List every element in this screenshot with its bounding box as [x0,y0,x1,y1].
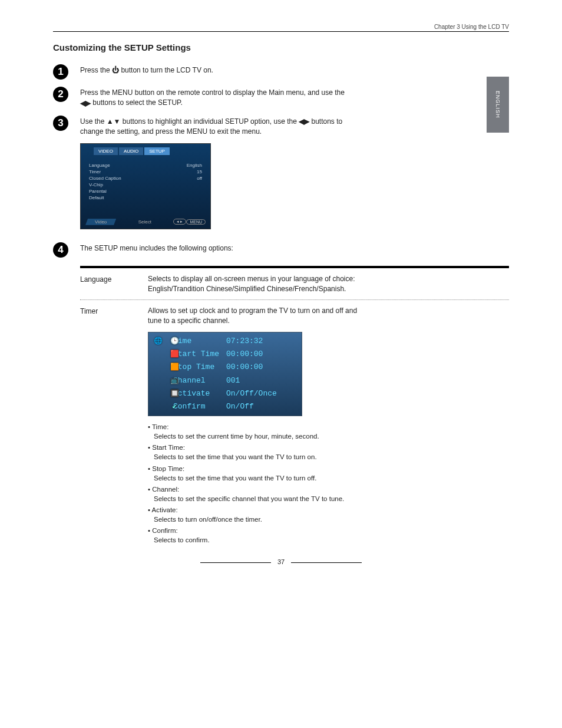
osd-row-label: V-Chip [89,182,103,187]
setup-label: SETUP [158,98,180,107]
text: option, use the [250,117,299,126]
osd-tabs: VIDEO AUDIO SETUP [81,144,210,159]
step-2-text: Press the MENU button on the remote cont… [80,88,351,108]
text: buttons to select the [92,98,158,107]
channel-icon: 📺 [168,376,180,386]
sub-desc: Selects to set the current time by hour,… [148,431,366,441]
sub-desc: Selects to set the time that you want th… [148,473,366,483]
sub-title: Start Time: [148,443,366,452]
osd-footer-select: Select [116,219,173,225]
text: . [181,98,183,107]
chapter-header: Chapter 3 Using the LCD TV [53,24,509,32]
start-icon: 🟥 [168,350,180,359]
timer-row: 🔲 Activate On/Off/Once [152,387,298,400]
setup-label: SETUP [225,117,249,126]
timer-desc-text: Allows to set up clock and to program th… [148,306,366,326]
osd-footer-lr-button: ◂ ▸ [173,219,186,225]
sub-desc: Selects to set the specific channel that… [148,494,366,503]
timer-row-label: Start Time [173,349,226,360]
text: button on the remote control to display … [135,88,345,97]
text: buttons to highlight an individual [123,117,225,126]
osd-row-value: English [187,163,202,168]
timer-row: 🟥 Start Time 00:00:00 [152,348,298,361]
up-arrow-icon: ▲ [107,117,114,127]
left-arrow-icon: ◀ [299,117,304,127]
osd-tab-setup: SETUP [144,147,170,155]
blank-icon [152,350,164,359]
timer-row-label: Time [173,336,226,347]
timer-row-label: Activate [173,388,226,399]
osd-row-value: 15 [197,169,202,174]
timer-row-label: Stop Time [173,362,226,373]
text: menu includes the following options: [120,244,233,252]
step-3: 3 Use the ▲▼ buttons to highlight an ind… [53,117,509,137]
step-number-icon: 2 [53,87,68,102]
blank-icon [152,402,164,411]
option-desc: Allows to set up clock and to program th… [148,306,366,546]
sub-bullet: Start Time:Selects to set the time that … [148,443,366,462]
down-arrow-icon: ▼ [114,117,121,127]
step-4-text: The SETUP menu includes the following op… [80,243,351,253]
timer-row-label: Channel [173,375,226,386]
menu-label: MENU [187,127,207,136]
osd-row-label: Timer [89,169,101,174]
right-arrow-icon: ▶ [85,98,91,108]
manual-page: Chapter 3 Using the LCD TV Customizing t… [0,0,562,589]
timer-row: ✔ Confirm On/Off [152,400,298,413]
page-number-value: 37 [277,558,285,565]
timer-row-label: Confirm [173,401,226,412]
osd-footer-menu-button: MENU [186,219,206,225]
section-title: Customizing the SETUP Settings [53,42,509,52]
clock-icon: 🕒 [168,337,180,346]
osd-row: V-Chip [89,182,202,188]
step-2: 2 Press the MENU button on the remote co… [53,88,509,108]
osd-row: Timer15 [89,169,202,175]
sub-bullet: Confirm:Selects to confirm. [148,526,366,545]
setup-label: SETUP [94,244,118,252]
option-label: Language [80,274,148,294]
osd-row-label: Language [89,163,110,168]
blank-icon [152,389,164,398]
option-timer-row: Timer Allows to set up clock and to prog… [80,300,509,552]
sub-title: Stop Time: [148,464,366,473]
right-arrow-icon: ▶ [304,117,309,127]
sub-bullet: Activate:Selects to turn on/off/once the… [148,505,366,524]
timer-sub-bullets: Time:Selects to set the current time by … [148,422,366,545]
timer-row: 📺 Channel 001 [152,374,298,387]
confirm-icon: ✔ [168,402,180,411]
osd-tab-audio: AUDIO [119,147,143,155]
osd-row: Default [89,195,202,201]
timer-osd-screenshot: 🌐 🕒 Time 07:23:32 🟥 Start Time 00:00:00 … [148,332,302,416]
osd-row-value: off [197,176,202,181]
timer-row-value: 00:00:00 [226,349,263,360]
blank-icon [152,363,164,372]
text: Press the [80,66,112,74]
sub-bullet: Stop Time:Selects to set the time that y… [148,464,366,483]
left-arrow-icon: ◀ [80,98,85,108]
text: to exit the menu. [209,127,262,136]
step-number-icon: 1 [53,64,68,80]
language-tab: ENGLISH [487,77,509,133]
timer-row-value: On/Off [226,401,254,412]
menu-label: MENU [112,88,133,97]
sub-desc: Selects to set the time that you want th… [148,452,366,462]
osd-row: Closed Captionoff [89,175,202,182]
step-number-icon: 4 [53,242,68,258]
osd-tab-video: VIDEO [94,147,118,155]
option-label: Timer [80,306,148,546]
osd-row-label: Closed Caption [89,176,121,181]
sub-bullet: Time:Selects to set the current time by … [148,422,366,441]
timer-row-value: 00:00:00 [226,362,263,373]
stop-icon: 🟧 [168,363,180,372]
osd-row-label: Default [89,195,104,200]
sub-title: Confirm: [148,526,366,535]
sub-desc: Selects to turn on/off/once the timer. [148,515,366,524]
options-table: Language Selects to display all on-scree… [80,266,509,552]
text: button to turn the LCD TV on. [121,66,213,74]
option-language-row: Language Selects to display all on-scree… [80,268,509,301]
page-number: 37 [53,558,509,565]
activate-icon: 🔲 [168,389,180,398]
osd-setup-screenshot: VIDEO AUDIO SETUP LanguageEnglish Timer1… [80,143,211,229]
timer-row-value: 07:23:32 [226,336,263,347]
step-number-icon: 3 [53,116,68,131]
